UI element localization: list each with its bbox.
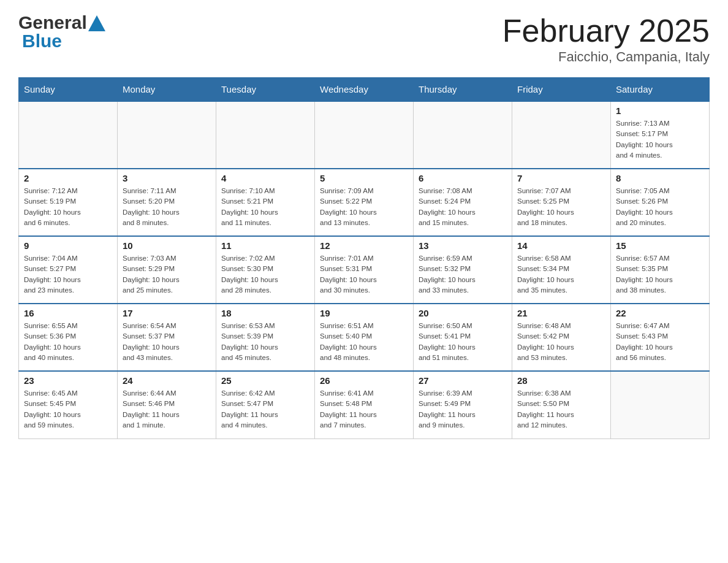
calendar-cell: 20Sunrise: 6:50 AM Sunset: 5:41 PM Dayli…: [414, 304, 512, 371]
calendar-cell: 5Sunrise: 7:09 AM Sunset: 5:22 PM Daylig…: [315, 169, 414, 236]
day-info: Sunrise: 7:04 AM Sunset: 5:27 PM Dayligh…: [24, 253, 112, 296]
calendar-title: February 2025: [502, 12, 710, 49]
calendar-cell: [414, 101, 512, 169]
day-number: 20: [419, 308, 507, 318]
calendar-cell: 19Sunrise: 6:51 AM Sunset: 5:40 PM Dayli…: [315, 304, 414, 371]
calendar-cell: 22Sunrise: 6:47 AM Sunset: 5:43 PM Dayli…: [611, 304, 710, 371]
day-info: Sunrise: 6:51 AM Sunset: 5:40 PM Dayligh…: [320, 321, 408, 363]
day-number: 5: [320, 173, 408, 183]
day-number: 1: [616, 105, 704, 116]
day-header-sunday: Sunday: [19, 78, 118, 102]
day-number: 2: [24, 173, 112, 183]
day-info: Sunrise: 6:53 AM Sunset: 5:39 PM Dayligh…: [221, 321, 309, 363]
calendar-cell: 12Sunrise: 7:01 AM Sunset: 5:31 PM Dayli…: [315, 236, 414, 304]
day-info: Sunrise: 6:54 AM Sunset: 5:37 PM Dayligh…: [123, 321, 211, 363]
day-info: Sunrise: 6:45 AM Sunset: 5:45 PM Dayligh…: [24, 388, 112, 431]
calendar-cell: [611, 371, 710, 439]
calendar-cell: 6Sunrise: 7:08 AM Sunset: 5:24 PM Daylig…: [414, 169, 512, 236]
calendar-header-row: SundayMondayTuesdayWednesdayThursdayFrid…: [19, 78, 710, 102]
calendar-cell: 11Sunrise: 7:02 AM Sunset: 5:30 PM Dayli…: [216, 236, 315, 304]
day-number: 3: [123, 173, 211, 183]
day-info: Sunrise: 7:13 AM Sunset: 5:17 PM Dayligh…: [616, 118, 704, 161]
svg-marker-0: [88, 15, 105, 31]
day-header-thursday: Thursday: [414, 78, 512, 102]
logo: General Blue: [18, 12, 105, 52]
day-info: Sunrise: 7:03 AM Sunset: 5:29 PM Dayligh…: [123, 253, 211, 296]
day-header-saturday: Saturday: [611, 78, 710, 102]
calendar-cell: 9Sunrise: 7:04 AM Sunset: 5:27 PM Daylig…: [19, 236, 118, 304]
week-row-3: 9Sunrise: 7:04 AM Sunset: 5:27 PM Daylig…: [19, 236, 710, 304]
day-number: 18: [221, 308, 309, 318]
day-info: Sunrise: 6:39 AM Sunset: 5:49 PM Dayligh…: [419, 388, 507, 431]
day-header-wednesday: Wednesday: [315, 78, 414, 102]
logo-blue-text: Blue: [22, 31, 62, 52]
week-row-4: 16Sunrise: 6:55 AM Sunset: 5:36 PM Dayli…: [19, 304, 710, 371]
calendar-subtitle: Faicchio, Campania, Italy: [502, 49, 710, 65]
calendar-cell: 23Sunrise: 6:45 AM Sunset: 5:45 PM Dayli…: [19, 371, 118, 439]
calendar-table: SundayMondayTuesdayWednesdayThursdayFrid…: [18, 77, 710, 439]
calendar-cell: 14Sunrise: 6:58 AM Sunset: 5:34 PM Dayli…: [512, 236, 611, 304]
day-info: Sunrise: 7:01 AM Sunset: 5:31 PM Dayligh…: [320, 253, 408, 296]
day-info: Sunrise: 7:02 AM Sunset: 5:30 PM Dayligh…: [221, 253, 309, 296]
page-header: General Blue February 2025 Faicchio, Cam…: [18, 12, 710, 65]
day-number: 21: [517, 308, 605, 318]
calendar-cell: 27Sunrise: 6:39 AM Sunset: 5:49 PM Dayli…: [414, 371, 512, 439]
day-info: Sunrise: 6:58 AM Sunset: 5:34 PM Dayligh…: [517, 253, 605, 296]
day-number: 9: [24, 240, 112, 251]
week-row-2: 2Sunrise: 7:12 AM Sunset: 5:19 PM Daylig…: [19, 169, 710, 236]
day-info: Sunrise: 7:07 AM Sunset: 5:25 PM Dayligh…: [517, 186, 605, 228]
day-info: Sunrise: 6:42 AM Sunset: 5:47 PM Dayligh…: [221, 388, 309, 431]
day-number: 4: [221, 173, 309, 183]
logo-triangle-icon: [88, 15, 105, 31]
day-header-monday: Monday: [118, 78, 216, 102]
day-number: 10: [123, 240, 211, 251]
calendar-cell: 8Sunrise: 7:05 AM Sunset: 5:26 PM Daylig…: [611, 169, 710, 236]
calendar-cell: [315, 101, 414, 169]
calendar-cell: 3Sunrise: 7:11 AM Sunset: 5:20 PM Daylig…: [118, 169, 216, 236]
calendar-cell: 2Sunrise: 7:12 AM Sunset: 5:19 PM Daylig…: [19, 169, 118, 236]
day-header-tuesday: Tuesday: [216, 78, 315, 102]
day-info: Sunrise: 6:48 AM Sunset: 5:42 PM Dayligh…: [517, 321, 605, 363]
calendar-cell: 13Sunrise: 6:59 AM Sunset: 5:32 PM Dayli…: [414, 236, 512, 304]
day-number: 6: [419, 173, 507, 183]
calendar-cell: 24Sunrise: 6:44 AM Sunset: 5:46 PM Dayli…: [118, 371, 216, 439]
day-number: 14: [517, 240, 605, 251]
calendar-cell: 4Sunrise: 7:10 AM Sunset: 5:21 PM Daylig…: [216, 169, 315, 236]
day-number: 25: [221, 375, 309, 386]
week-row-5: 23Sunrise: 6:45 AM Sunset: 5:45 PM Dayli…: [19, 371, 710, 439]
week-row-1: 1Sunrise: 7:13 AM Sunset: 5:17 PM Daylig…: [19, 101, 710, 169]
calendar-cell: 18Sunrise: 6:53 AM Sunset: 5:39 PM Dayli…: [216, 304, 315, 371]
calendar-cell: 1Sunrise: 7:13 AM Sunset: 5:17 PM Daylig…: [611, 101, 710, 169]
calendar-title-block: February 2025 Faicchio, Campania, Italy: [502, 12, 710, 65]
day-info: Sunrise: 7:10 AM Sunset: 5:21 PM Dayligh…: [221, 186, 309, 228]
day-number: 28: [517, 375, 605, 386]
day-info: Sunrise: 6:50 AM Sunset: 5:41 PM Dayligh…: [419, 321, 507, 363]
calendar-cell: 28Sunrise: 6:38 AM Sunset: 5:50 PM Dayli…: [512, 371, 611, 439]
calendar-cell: 16Sunrise: 6:55 AM Sunset: 5:36 PM Dayli…: [19, 304, 118, 371]
day-number: 7: [517, 173, 605, 183]
day-number: 8: [616, 173, 704, 183]
calendar-cell: 10Sunrise: 7:03 AM Sunset: 5:29 PM Dayli…: [118, 236, 216, 304]
calendar-cell: [19, 101, 118, 169]
calendar-cell: 21Sunrise: 6:48 AM Sunset: 5:42 PM Dayli…: [512, 304, 611, 371]
calendar-cell: 26Sunrise: 6:41 AM Sunset: 5:48 PM Dayli…: [315, 371, 414, 439]
day-number: 13: [419, 240, 507, 251]
day-number: 17: [123, 308, 211, 318]
day-number: 19: [320, 308, 408, 318]
day-number: 15: [616, 240, 704, 251]
day-info: Sunrise: 6:59 AM Sunset: 5:32 PM Dayligh…: [419, 253, 507, 296]
day-info: Sunrise: 6:41 AM Sunset: 5:48 PM Dayligh…: [320, 388, 408, 431]
day-header-friday: Friday: [512, 78, 611, 102]
day-info: Sunrise: 6:57 AM Sunset: 5:35 PM Dayligh…: [616, 253, 704, 296]
calendar-cell: 15Sunrise: 6:57 AM Sunset: 5:35 PM Dayli…: [611, 236, 710, 304]
day-number: 16: [24, 308, 112, 318]
day-number: 11: [221, 240, 309, 251]
day-info: Sunrise: 6:47 AM Sunset: 5:43 PM Dayligh…: [616, 321, 704, 363]
calendar-cell: [118, 101, 216, 169]
day-info: Sunrise: 7:09 AM Sunset: 5:22 PM Dayligh…: [320, 186, 408, 228]
logo-general-text: General: [18, 12, 87, 33]
day-number: 22: [616, 308, 704, 318]
calendar-cell: [216, 101, 315, 169]
day-number: 12: [320, 240, 408, 251]
day-info: Sunrise: 7:05 AM Sunset: 5:26 PM Dayligh…: [616, 186, 704, 228]
